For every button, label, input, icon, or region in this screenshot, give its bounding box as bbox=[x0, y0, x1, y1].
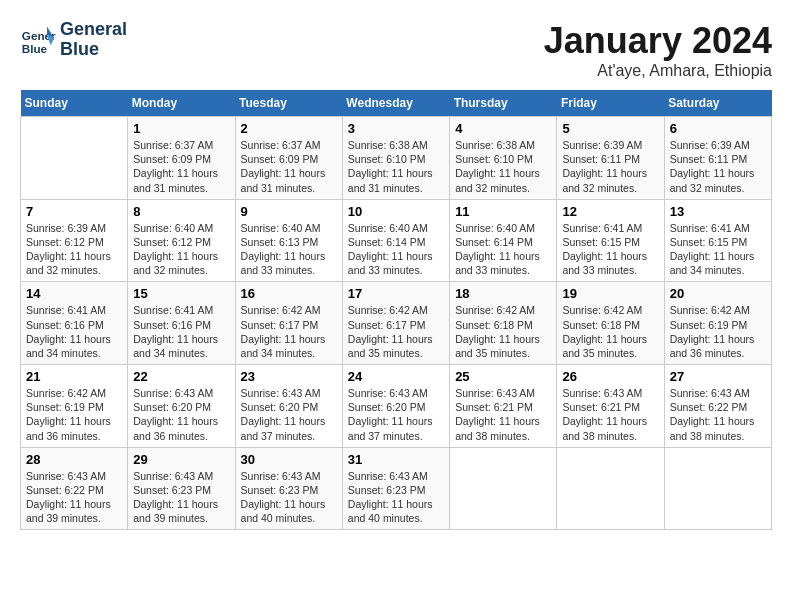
logo-text-line2: Blue bbox=[60, 40, 127, 60]
day-info: Sunrise: 6:42 AM Sunset: 6:19 PM Dayligh… bbox=[26, 386, 122, 443]
calendar-cell bbox=[664, 447, 771, 530]
calendar-cell: 5Sunrise: 6:39 AM Sunset: 6:11 PM Daylig… bbox=[557, 117, 664, 200]
calendar-cell: 24Sunrise: 6:43 AM Sunset: 6:20 PM Dayli… bbox=[342, 365, 449, 448]
day-number: 14 bbox=[26, 286, 122, 301]
day-number: 23 bbox=[241, 369, 337, 384]
calendar-cell: 20Sunrise: 6:42 AM Sunset: 6:19 PM Dayli… bbox=[664, 282, 771, 365]
calendar-week-5: 28Sunrise: 6:43 AM Sunset: 6:22 PM Dayli… bbox=[21, 447, 772, 530]
day-number: 2 bbox=[241, 121, 337, 136]
day-info: Sunrise: 6:43 AM Sunset: 6:20 PM Dayligh… bbox=[133, 386, 229, 443]
logo-icon: General Blue bbox=[20, 22, 56, 58]
header-friday: Friday bbox=[557, 90, 664, 117]
day-number: 16 bbox=[241, 286, 337, 301]
header-saturday: Saturday bbox=[664, 90, 771, 117]
day-number: 31 bbox=[348, 452, 444, 467]
day-number: 19 bbox=[562, 286, 658, 301]
calendar-cell: 8Sunrise: 6:40 AM Sunset: 6:12 PM Daylig… bbox=[128, 199, 235, 282]
day-number: 6 bbox=[670, 121, 766, 136]
day-info: Sunrise: 6:42 AM Sunset: 6:19 PM Dayligh… bbox=[670, 303, 766, 360]
day-info: Sunrise: 6:39 AM Sunset: 6:11 PM Dayligh… bbox=[562, 138, 658, 195]
day-number: 13 bbox=[670, 204, 766, 219]
day-number: 28 bbox=[26, 452, 122, 467]
day-number: 27 bbox=[670, 369, 766, 384]
day-info: Sunrise: 6:43 AM Sunset: 6:20 PM Dayligh… bbox=[348, 386, 444, 443]
day-number: 9 bbox=[241, 204, 337, 219]
day-number: 7 bbox=[26, 204, 122, 219]
day-number: 1 bbox=[133, 121, 229, 136]
day-number: 4 bbox=[455, 121, 551, 136]
calendar-cell: 29Sunrise: 6:43 AM Sunset: 6:23 PM Dayli… bbox=[128, 447, 235, 530]
calendar-cell: 3Sunrise: 6:38 AM Sunset: 6:10 PM Daylig… bbox=[342, 117, 449, 200]
calendar-cell: 2Sunrise: 6:37 AM Sunset: 6:09 PM Daylig… bbox=[235, 117, 342, 200]
day-number: 22 bbox=[133, 369, 229, 384]
day-number: 26 bbox=[562, 369, 658, 384]
weekday-header-row: Sunday Monday Tuesday Wednesday Thursday… bbox=[21, 90, 772, 117]
calendar-header: Sunday Monday Tuesday Wednesday Thursday… bbox=[21, 90, 772, 117]
day-info: Sunrise: 6:43 AM Sunset: 6:23 PM Dayligh… bbox=[348, 469, 444, 526]
calendar-cell: 23Sunrise: 6:43 AM Sunset: 6:20 PM Dayli… bbox=[235, 365, 342, 448]
day-number: 18 bbox=[455, 286, 551, 301]
day-number: 25 bbox=[455, 369, 551, 384]
month-title: January 2024 bbox=[544, 20, 772, 62]
calendar-cell: 1Sunrise: 6:37 AM Sunset: 6:09 PM Daylig… bbox=[128, 117, 235, 200]
day-info: Sunrise: 6:42 AM Sunset: 6:18 PM Dayligh… bbox=[562, 303, 658, 360]
day-number: 5 bbox=[562, 121, 658, 136]
day-info: Sunrise: 6:39 AM Sunset: 6:12 PM Dayligh… bbox=[26, 221, 122, 278]
day-info: Sunrise: 6:38 AM Sunset: 6:10 PM Dayligh… bbox=[348, 138, 444, 195]
page-header: General Blue General Blue January 2024 A… bbox=[20, 20, 772, 80]
calendar-cell: 27Sunrise: 6:43 AM Sunset: 6:22 PM Dayli… bbox=[664, 365, 771, 448]
calendar-cell: 13Sunrise: 6:41 AM Sunset: 6:15 PM Dayli… bbox=[664, 199, 771, 282]
title-area: January 2024 At'aye, Amhara, Ethiopia bbox=[544, 20, 772, 80]
calendar-cell: 7Sunrise: 6:39 AM Sunset: 6:12 PM Daylig… bbox=[21, 199, 128, 282]
calendar-week-4: 21Sunrise: 6:42 AM Sunset: 6:19 PM Dayli… bbox=[21, 365, 772, 448]
day-info: Sunrise: 6:41 AM Sunset: 6:16 PM Dayligh… bbox=[133, 303, 229, 360]
calendar-cell: 11Sunrise: 6:40 AM Sunset: 6:14 PM Dayli… bbox=[450, 199, 557, 282]
day-number: 20 bbox=[670, 286, 766, 301]
calendar-cell: 25Sunrise: 6:43 AM Sunset: 6:21 PM Dayli… bbox=[450, 365, 557, 448]
day-info: Sunrise: 6:39 AM Sunset: 6:11 PM Dayligh… bbox=[670, 138, 766, 195]
calendar-cell: 31Sunrise: 6:43 AM Sunset: 6:23 PM Dayli… bbox=[342, 447, 449, 530]
svg-text:Blue: Blue bbox=[22, 41, 48, 54]
day-number: 8 bbox=[133, 204, 229, 219]
day-info: Sunrise: 6:40 AM Sunset: 6:14 PM Dayligh… bbox=[455, 221, 551, 278]
day-number: 3 bbox=[348, 121, 444, 136]
day-info: Sunrise: 6:37 AM Sunset: 6:09 PM Dayligh… bbox=[241, 138, 337, 195]
day-info: Sunrise: 6:40 AM Sunset: 6:12 PM Dayligh… bbox=[133, 221, 229, 278]
day-info: Sunrise: 6:43 AM Sunset: 6:20 PM Dayligh… bbox=[241, 386, 337, 443]
calendar-cell: 21Sunrise: 6:42 AM Sunset: 6:19 PM Dayli… bbox=[21, 365, 128, 448]
calendar-cell: 6Sunrise: 6:39 AM Sunset: 6:11 PM Daylig… bbox=[664, 117, 771, 200]
day-info: Sunrise: 6:40 AM Sunset: 6:13 PM Dayligh… bbox=[241, 221, 337, 278]
calendar-body: 1Sunrise: 6:37 AM Sunset: 6:09 PM Daylig… bbox=[21, 117, 772, 530]
header-monday: Monday bbox=[128, 90, 235, 117]
day-number: 29 bbox=[133, 452, 229, 467]
calendar-cell: 30Sunrise: 6:43 AM Sunset: 6:23 PM Dayli… bbox=[235, 447, 342, 530]
calendar-cell bbox=[450, 447, 557, 530]
header-tuesday: Tuesday bbox=[235, 90, 342, 117]
day-info: Sunrise: 6:41 AM Sunset: 6:15 PM Dayligh… bbox=[670, 221, 766, 278]
day-info: Sunrise: 6:43 AM Sunset: 6:22 PM Dayligh… bbox=[26, 469, 122, 526]
calendar-cell bbox=[21, 117, 128, 200]
calendar-cell: 4Sunrise: 6:38 AM Sunset: 6:10 PM Daylig… bbox=[450, 117, 557, 200]
day-info: Sunrise: 6:37 AM Sunset: 6:09 PM Dayligh… bbox=[133, 138, 229, 195]
day-info: Sunrise: 6:43 AM Sunset: 6:21 PM Dayligh… bbox=[562, 386, 658, 443]
day-info: Sunrise: 6:40 AM Sunset: 6:14 PM Dayligh… bbox=[348, 221, 444, 278]
day-number: 12 bbox=[562, 204, 658, 219]
day-number: 30 bbox=[241, 452, 337, 467]
calendar-cell: 26Sunrise: 6:43 AM Sunset: 6:21 PM Dayli… bbox=[557, 365, 664, 448]
day-number: 15 bbox=[133, 286, 229, 301]
calendar-week-1: 1Sunrise: 6:37 AM Sunset: 6:09 PM Daylig… bbox=[21, 117, 772, 200]
day-number: 10 bbox=[348, 204, 444, 219]
day-info: Sunrise: 6:42 AM Sunset: 6:18 PM Dayligh… bbox=[455, 303, 551, 360]
day-info: Sunrise: 6:43 AM Sunset: 6:21 PM Dayligh… bbox=[455, 386, 551, 443]
header-thursday: Thursday bbox=[450, 90, 557, 117]
day-info: Sunrise: 6:41 AM Sunset: 6:16 PM Dayligh… bbox=[26, 303, 122, 360]
calendar-cell: 19Sunrise: 6:42 AM Sunset: 6:18 PM Dayli… bbox=[557, 282, 664, 365]
logo: General Blue General Blue bbox=[20, 20, 127, 60]
calendar-table: Sunday Monday Tuesday Wednesday Thursday… bbox=[20, 90, 772, 530]
calendar-week-2: 7Sunrise: 6:39 AM Sunset: 6:12 PM Daylig… bbox=[21, 199, 772, 282]
day-number: 17 bbox=[348, 286, 444, 301]
day-info: Sunrise: 6:42 AM Sunset: 6:17 PM Dayligh… bbox=[348, 303, 444, 360]
header-wednesday: Wednesday bbox=[342, 90, 449, 117]
day-info: Sunrise: 6:41 AM Sunset: 6:15 PM Dayligh… bbox=[562, 221, 658, 278]
calendar-cell: 17Sunrise: 6:42 AM Sunset: 6:17 PM Dayli… bbox=[342, 282, 449, 365]
